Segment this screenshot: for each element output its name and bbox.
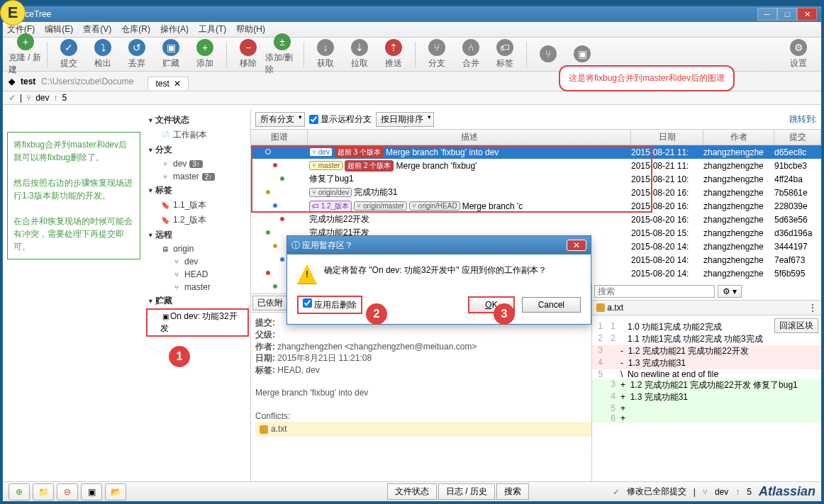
sidebar-group[interactable]: 贮藏	[145, 293, 250, 308]
toolbar-克隆 / 新建[interactable]: +克隆 / 新建	[9, 33, 43, 76]
attached-button[interactable]: 已依附	[252, 296, 288, 310]
menu-item[interactable]: 编辑(E)	[45, 23, 73, 35]
bottom-tab[interactable]: 文件状态	[387, 483, 437, 500]
bottom-add-icon[interactable]: ⊕	[9, 483, 30, 500]
bottom-folder-icon[interactable]: 📁	[33, 483, 54, 500]
sort-select[interactable]: 按日期排序	[376, 112, 434, 127]
toolbar-item[interactable]: ⑂	[531, 45, 565, 64]
file-icon	[596, 303, 605, 312]
toolbar-分支[interactable]: ⑂分支	[420, 39, 454, 69]
col-date[interactable]: 日期	[631, 130, 703, 145]
diff-settings-button[interactable]: ⚙ ▾	[718, 285, 742, 298]
repo-name: test	[21, 77, 35, 86]
diff-filename: a.txt	[607, 303, 623, 313]
sidebar-group[interactable]: 文件状态	[145, 113, 250, 128]
menu-item[interactable]: 帮助(H)	[236, 23, 265, 35]
annotation-bubble: 这是将fixbug合并到master和dev后的图谱	[559, 65, 735, 91]
repo-tab[interactable]: test ✕	[147, 77, 188, 90]
sidebar-item[interactable]: ⑂master2↑	[145, 170, 250, 183]
toolbar-添加/删除[interactable]: ±添加/删除	[265, 33, 299, 76]
toolbar-icon: ⇣	[351, 39, 368, 56]
settings-button[interactable]: ⚙ 设置	[781, 39, 815, 69]
col-desc[interactable]: 描述	[308, 130, 631, 145]
commit-row[interactable]: 🏷 1.2_版本⑂ origin/master⑂ origin/HEADMerg…	[251, 199, 821, 213]
close-button[interactable]: ✕	[797, 8, 817, 21]
window-title: SourceTree	[7, 9, 757, 19]
delete-after-apply-checkbox[interactable]: 应用后删除	[297, 296, 362, 314]
col-graph[interactable]: 图谱	[251, 130, 308, 145]
menu-item[interactable]: 仓库(R)	[121, 23, 150, 35]
toolbar-推送[interactable]: ⇡推送	[377, 39, 411, 69]
minimize-button[interactable]: ─	[757, 8, 777, 21]
bottom-tab[interactable]: 搜索	[496, 483, 529, 500]
sidebar-group[interactable]: 远程	[145, 228, 250, 242]
toolbar-提交[interactable]: ✓提交	[52, 39, 86, 69]
toolbar-item[interactable]: ▣	[565, 45, 599, 64]
diff-line[interactable]: 6+	[592, 413, 821, 423]
dialog-titlebar[interactable]: ⓘ 应用暂存区？ ✕	[287, 236, 591, 254]
toolbar-获取[interactable]: ↓获取	[308, 39, 343, 69]
menu-item[interactable]: 查看(V)	[83, 23, 111, 35]
toolbar-标签[interactable]: 🏷标签	[488, 39, 522, 69]
titlebar[interactable]: SourceTree ─ □ ✕	[3, 6, 821, 22]
bottom-terminal-icon[interactable]: ▣	[81, 483, 102, 500]
commit-row[interactable]: 完成功能22开发2015-08-20 16:zhangzhengzhe5d63e…	[251, 213, 821, 226]
search-input[interactable]	[594, 285, 715, 298]
toolbar-检出[interactable]: ⤵检出	[86, 39, 120, 69]
sidebar-item[interactable]: ⑂dev	[145, 255, 250, 268]
sidebar-group[interactable]: 标签	[145, 183, 250, 198]
repo-path: C:\Users\zcube\Docume	[41, 77, 133, 86]
diff-line[interactable]: 22 1.1 功能1完成 功能2完成 功能3完成	[592, 333, 821, 345]
diff-line[interactable]: 5\ No newline at end of file	[592, 369, 821, 379]
sidebar-item[interactable]: ⑂master	[145, 281, 250, 293]
toolbar-icon: +	[17, 33, 34, 50]
sidebar-item[interactable]: 🖥origin	[145, 242, 250, 255]
toolbar-icon: ⤵	[94, 39, 111, 56]
show-remote-checkbox[interactable]: 显示远程分支	[309, 113, 372, 125]
toolbar-拉取[interactable]: ⇣拉取	[343, 39, 377, 69]
branch-filter-select[interactable]: 所有分支	[255, 112, 305, 127]
sidebar-item[interactable]: 🔖1.1_版本	[145, 198, 250, 213]
filter-bar: 所有分支 显示远程分支 按日期排序 跳转到:	[251, 110, 821, 130]
commit-row[interactable]: 修复了bug12015-08-21 10:zhangzhengzhe4ff24b…	[251, 172, 821, 186]
commit-row[interactable]: ⑂ dev超前 3 个版本Merge branch 'fixbug' into …	[251, 145, 821, 159]
diff-line[interactable]: 11 1.0 功能1完成 功能2完成	[592, 321, 774, 333]
status-clean-icon: ✓	[613, 487, 620, 497]
bottom-remove-icon[interactable]: ⊖	[57, 483, 78, 500]
bottom-tab[interactable]: 日志 / 历史	[438, 483, 495, 500]
cancel-button[interactable]: Cancel	[522, 297, 581, 313]
sidebar-item[interactable]: 📄工作副本	[145, 128, 250, 142]
rollback-chunk-button[interactable]: 回滚区块	[774, 318, 818, 333]
maximize-button[interactable]: □	[777, 8, 797, 21]
diff-line[interactable]: 3+ 1.2 完成功能21 完成功能22开发 修复了bug1	[592, 379, 821, 391]
col-author[interactable]: 作者	[703, 130, 774, 145]
sidebar-item[interactable]: ⑂dev3↑	[145, 157, 250, 170]
toolbar-贮藏[interactable]: ▣贮藏	[154, 39, 188, 69]
status-bar: ⊕ 📁 ⊖ ▣ 📂 文件状态日志 / 历史搜索 ✓ 修改已全部提交 | ⑂dev…	[3, 481, 821, 501]
sidebar-item[interactable]: ▣On dev: 功能32开发	[146, 308, 249, 337]
commit-row[interactable]: ⑂ master超前 2 个版本Merge branch 'fixbug'201…	[251, 159, 821, 172]
menu-item[interactable]: 操作(A)	[160, 23, 189, 35]
diff-line[interactable]: 3- 1.2 完成功能21 完成功能22开发	[592, 345, 821, 357]
col-commit[interactable]: 提交	[774, 130, 821, 145]
toolbar-添加[interactable]: +添加	[188, 39, 222, 69]
annotation-e-badge: E	[0, 0, 26, 26]
diff-line[interactable]: 4+ 1.3 完成功能31	[592, 391, 821, 403]
diff-line[interactable]: 4- 1.3 完成功能31	[592, 357, 821, 369]
sidebar-tree: 文件状态📄工作副本分支⑂dev3↑⑂master2↑标签🔖1.1_版本🔖1.2_…	[145, 110, 251, 481]
toolbar-icon: ↺	[128, 39, 145, 56]
sidebar-item[interactable]: ⑂HEAD	[145, 268, 250, 281]
close-tab-icon[interactable]: ✕	[174, 79, 181, 89]
sidebar-item[interactable]: 🔖1.2_版本	[145, 213, 250, 228]
toolbar-icon: ⑂	[540, 45, 557, 62]
commit-row[interactable]: ⑂ origin/dev完成功能312015-08-20 16:zhangzhe…	[251, 186, 821, 199]
sidebar-group[interactable]: 分支	[145, 142, 250, 157]
dialog-close-button[interactable]: ✕	[567, 240, 586, 251]
menu-item[interactable]: 工具(T)	[199, 23, 226, 35]
diff-panel: ⚙ ▾ a.txt ⋮ 回滚区块 11 1.0 功能1完成 功能2完成22 1.…	[591, 283, 821, 481]
toolbar-移除[interactable]: −移除	[231, 39, 265, 69]
toolbar-丢弃[interactable]: ↺丢弃	[120, 39, 154, 69]
toolbar-合并[interactable]: ⑃合并	[454, 39, 488, 69]
bottom-explorer-icon[interactable]: 📂	[105, 483, 126, 500]
diff-line[interactable]: 5+	[592, 403, 821, 413]
